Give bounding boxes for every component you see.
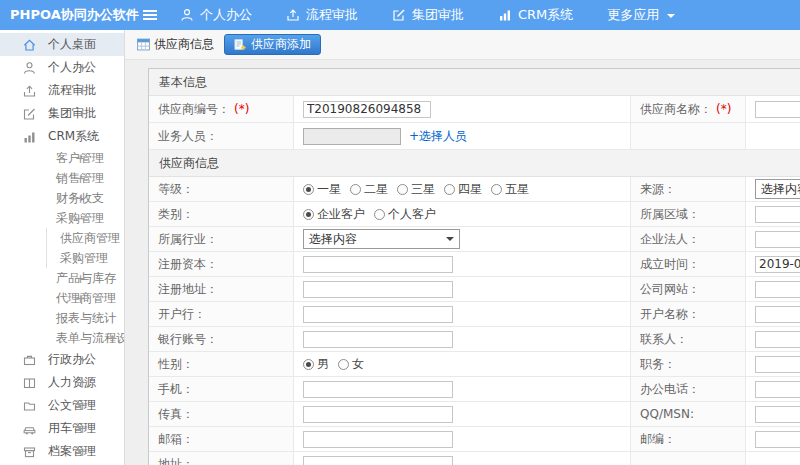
sidebar-item-sales-mgmt[interactable]: 销售管理 +: [0, 168, 124, 188]
expander-icon[interactable]: +: [75, 191, 86, 206]
expander-icon[interactable]: +: [75, 271, 86, 286]
level-radio-group: 一星 二星 三星 四星 五星: [303, 181, 538, 198]
radio-icon[interactable]: [350, 184, 361, 195]
field-label: 邮编：: [640, 431, 676, 448]
sales-person-input[interactable]: [303, 128, 401, 145]
supplier-name-input[interactable]: [755, 101, 800, 118]
select-arrow-icon: [446, 237, 454, 245]
expander-icon[interactable]: +: [77, 83, 88, 98]
field-label: 业务人员：: [158, 128, 218, 145]
sidebar: 个人桌面 个人办公 + 流程审批 + 集团审批 + CRM系统 − 客户管理 +: [0, 30, 125, 465]
field-label: 供应商名称：: [640, 101, 712, 118]
fax-input[interactable]: [303, 406, 453, 423]
radio-label: 个人客户: [388, 206, 436, 223]
expander-icon[interactable]: +: [75, 291, 86, 306]
account-name-input[interactable]: [755, 306, 800, 323]
radio-label: 五星: [505, 181, 529, 198]
sidebar-item-personal-desktop[interactable]: 个人桌面: [0, 33, 124, 56]
company-website-input[interactable]: [755, 281, 800, 298]
qq-msn-input[interactable]: [755, 406, 800, 423]
sidebar-item-reports[interactable]: 报表与统计: [0, 308, 124, 328]
edit-icon: [392, 8, 406, 22]
sidebar-item-purchase-mgmt[interactable]: 采购管理 −: [0, 208, 124, 228]
source-select[interactable]: 选择内容: [755, 179, 800, 199]
field-label: 供应商编号：: [158, 101, 230, 118]
radio-icon[interactable]: [491, 184, 502, 195]
radio-icon[interactable]: [397, 184, 408, 195]
region-input[interactable]: [755, 206, 800, 223]
collapse-icon[interactable]: −: [75, 211, 86, 226]
sidebar-item-product-inventory[interactable]: 产品与库存 +: [0, 268, 124, 288]
sidebar-item-vehicle-mgmt[interactable]: 用车管理 +: [0, 417, 124, 440]
select-person-link[interactable]: +选择人员: [409, 128, 467, 145]
topnav-group-approval[interactable]: 集团审批: [392, 6, 464, 24]
chart-icon: [22, 130, 38, 144]
sidebar-item-personal-office[interactable]: 个人办公 +: [0, 56, 124, 79]
radio-icon[interactable]: [444, 184, 455, 195]
supplier-code-input[interactable]: [303, 101, 431, 118]
job-title-input[interactable]: [755, 356, 800, 373]
tab-supplier-info[interactable]: 供应商信息: [137, 36, 214, 53]
expander-icon[interactable]: +: [77, 352, 88, 367]
expander-icon[interactable]: +: [107, 331, 118, 346]
archive-icon: [22, 445, 38, 459]
expander-icon[interactable]: +: [75, 151, 86, 166]
topnav-label: 流程审批: [306, 6, 358, 24]
menu-toggle-icon[interactable]: [142, 8, 158, 22]
radio-checked-icon[interactable]: [303, 209, 314, 220]
address-input[interactable]: [303, 456, 453, 465]
expander-icon[interactable]: +: [77, 444, 88, 459]
topnav-more-apps[interactable]: 更多应用: [607, 6, 675, 24]
expander-icon[interactable]: +: [77, 375, 88, 390]
form-row: 类别： 企业客户 个人客户 所属区域：: [149, 202, 800, 227]
collapse-icon[interactable]: −: [77, 129, 88, 144]
sidebar-item-human-resources[interactable]: 人力资源 +: [0, 371, 124, 394]
expander-icon[interactable]: +: [77, 398, 88, 413]
expander-icon[interactable]: +: [75, 171, 86, 186]
sidebar-item-admin-office[interactable]: 行政办公 +: [0, 348, 124, 371]
sidebar-item-workflow-approval[interactable]: 流程审批 +: [0, 79, 124, 102]
sidebar-item-document-mgmt[interactable]: 公文管理 +: [0, 394, 124, 417]
founded-date-input[interactable]: [755, 256, 800, 273]
radio-label: 男: [317, 356, 329, 373]
sidebar-item-form-flow-settings[interactable]: 表单与流程设置 +: [0, 328, 124, 348]
sidebar-item-supplier-mgmt[interactable]: 供应商管理: [0, 228, 124, 248]
form-row: 所属行业： 选择内容 企业法人：: [149, 227, 800, 252]
sidebar-item-agent-mgmt[interactable]: 代理商管理 +: [0, 288, 124, 308]
legal-person-input[interactable]: [755, 231, 800, 248]
radio-icon[interactable]: [374, 209, 385, 220]
office-phone-input[interactable]: [755, 381, 800, 398]
topnav-personal-office[interactable]: 个人办公: [180, 6, 252, 24]
sidebar-item-customer-mgmt[interactable]: 客户管理 +: [0, 148, 124, 168]
sidebar-item-crm-system[interactable]: CRM系统 −: [0, 125, 124, 148]
radio-icon[interactable]: [338, 359, 349, 370]
bank-branch-input[interactable]: [303, 306, 453, 323]
industry-select[interactable]: 选择内容: [303, 229, 460, 249]
required-marker: (*): [234, 102, 249, 116]
registered-capital-input[interactable]: [303, 256, 453, 273]
topnav-crm-system[interactable]: CRM系统: [498, 6, 573, 24]
radio-checked-icon[interactable]: [303, 359, 314, 370]
topnav-label: 个人办公: [200, 6, 252, 24]
radio-label: 企业客户: [317, 206, 365, 223]
field-label: 联系人：: [640, 331, 688, 348]
briefcase-icon: [22, 353, 38, 367]
mobile-input[interactable]: [303, 381, 453, 398]
bank-account-input[interactable]: [303, 331, 453, 348]
contact-person-input[interactable]: [755, 331, 800, 348]
sidebar-item-archive-mgmt[interactable]: 档案管理 +: [0, 440, 124, 463]
email-input[interactable]: [303, 431, 453, 448]
sidebar-item-finance[interactable]: 财务收支 +: [0, 188, 124, 208]
tab-supplier-add[interactable]: 供应商添加: [224, 34, 321, 55]
expander-icon[interactable]: +: [77, 106, 88, 121]
expander-icon[interactable]: +: [77, 421, 88, 436]
expander-icon[interactable]: +: [77, 60, 88, 75]
postcode-input[interactable]: [755, 431, 800, 448]
sidebar-item-purchasing[interactable]: 采购管理: [0, 248, 124, 268]
radio-checked-icon[interactable]: [303, 184, 314, 195]
sidebar-item-group-approval[interactable]: 集团审批 +: [0, 102, 124, 125]
registered-address-input[interactable]: [303, 281, 453, 298]
field-label: 注册资本：: [158, 256, 218, 273]
field-label: 等级：: [158, 181, 194, 198]
topnav-workflow-approval[interactable]: 流程审批: [286, 6, 358, 24]
